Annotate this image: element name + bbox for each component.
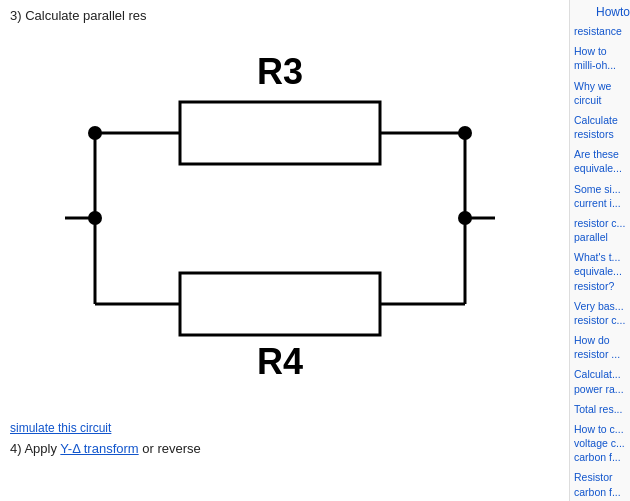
circuit-diagram: R3 xyxy=(10,29,559,419)
r3-resistor-box xyxy=(180,102,380,164)
delta-transform-link[interactable]: Y-Δ transform xyxy=(60,441,138,456)
sidebar: Howto resistanceHow to milli-oh...Why we… xyxy=(570,0,630,501)
sidebar-link-4[interactable]: Are these equivale... xyxy=(574,147,626,175)
sidebar-link-0[interactable]: resistance xyxy=(574,24,626,38)
sidebar-link-12[interactable]: How to c... voltage c... carbon f... xyxy=(574,422,626,465)
circuit-svg: R3 xyxy=(65,54,505,394)
r3-label: R3 xyxy=(256,54,302,92)
sidebar-link-8[interactable]: Very bas... resistor c... xyxy=(574,299,626,327)
step4-suffix: or reverse xyxy=(139,441,201,456)
r4-label: R4 xyxy=(256,341,302,382)
main-content: 3) Calculate parallel res R3 xyxy=(0,0,570,501)
sidebar-link-11[interactable]: Total res... xyxy=(574,402,626,416)
right-node-mid xyxy=(458,211,472,225)
step4-prefix: 4) Apply xyxy=(10,441,60,456)
left-node-top xyxy=(88,126,102,140)
sidebar-link-6[interactable]: resistor c... parallel xyxy=(574,216,626,244)
simulate-link[interactable]: simulate this circuit xyxy=(10,421,559,435)
howto-link[interactable]: Howto xyxy=(596,4,630,20)
sidebar-link-10[interactable]: Calculat... power ra... xyxy=(574,367,626,395)
step3-label: 3) Calculate parallel res xyxy=(10,8,559,23)
sidebar-link-7[interactable]: What's t... equivale... resistor? xyxy=(574,250,626,293)
sidebar-link-5[interactable]: Some si... current i... xyxy=(574,182,626,210)
step4-label: 4) Apply Y-Δ transform or reverse xyxy=(10,441,559,456)
sidebar-link-1[interactable]: How to milli-oh... xyxy=(574,44,626,72)
sidebar-link-2[interactable]: Why we circuit xyxy=(574,79,626,107)
sidebar-link-13[interactable]: Resistor carbon f... xyxy=(574,470,626,498)
sidebar-link-9[interactable]: How do resistor ... xyxy=(574,333,626,361)
sidebar-links: resistanceHow to milli-oh...Why we circu… xyxy=(574,24,626,499)
left-node-mid xyxy=(88,211,102,225)
sidebar-link-3[interactable]: Calculate resistors xyxy=(574,113,626,141)
r4-resistor-box xyxy=(180,273,380,335)
right-node-top xyxy=(458,126,472,140)
